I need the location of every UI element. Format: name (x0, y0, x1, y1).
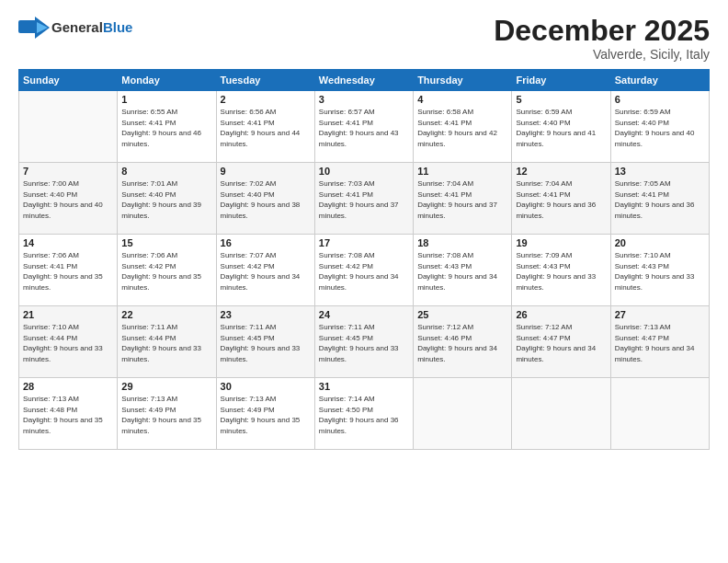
day-info: Sunrise: 7:11 AMSunset: 4:45 PMDaylight:… (221, 322, 311, 364)
day-info: Sunrise: 7:02 AMSunset: 4:40 PMDaylight:… (221, 178, 311, 221)
calendar-cell: 20Sunrise: 7:10 AMSunset: 4:43 PMDayligh… (610, 235, 709, 306)
day-info: Sunrise: 6:58 AMSunset: 4:41 PMDaylight:… (417, 107, 507, 149)
day-info: Sunrise: 7:11 AMSunset: 4:44 PMDaylight:… (121, 322, 211, 364)
calendar-cell: 27Sunrise: 7:13 AMSunset: 4:47 PMDayligh… (610, 306, 709, 378)
day-info: Sunrise: 6:59 AMSunset: 4:40 PMDaylight:… (615, 107, 705, 149)
col-wednesday: Wednesday (314, 70, 413, 91)
logo: GeneralBlue (18, 15, 132, 40)
logo-blue: Blue (103, 19, 133, 35)
day-info: Sunrise: 7:08 AMSunset: 4:43 PMDaylight:… (417, 250, 507, 293)
header: GeneralBlue December 2025 Valverde, Sici… (18, 15, 710, 62)
calendar-cell (414, 378, 512, 450)
title-area: December 2025 Valverde, Sicily, Italy (494, 15, 710, 62)
calendar-cell: 25Sunrise: 7:12 AMSunset: 4:46 PMDayligh… (414, 306, 512, 378)
col-tuesday: Tuesday (216, 70, 314, 91)
day-info: Sunrise: 7:10 AMSunset: 4:43 PMDaylight:… (615, 250, 705, 293)
calendar-cell: 24Sunrise: 7:11 AMSunset: 4:45 PMDayligh… (314, 306, 413, 378)
day-number: 22 (121, 309, 211, 320)
calendar-cell: 29Sunrise: 7:13 AMSunset: 4:49 PMDayligh… (118, 378, 216, 450)
day-info: Sunrise: 7:12 AMSunset: 4:47 PMDaylight:… (516, 322, 606, 364)
day-info: Sunrise: 6:55 AMSunset: 4:41 PMDaylight:… (121, 107, 211, 149)
day-number: 18 (417, 237, 507, 248)
logo-text: GeneralBlue (51, 20, 132, 36)
day-info: Sunrise: 7:11 AMSunset: 4:45 PMDaylight:… (319, 322, 409, 364)
day-number: 6 (615, 94, 705, 105)
calendar-cell: 22Sunrise: 7:11 AMSunset: 4:44 PMDayligh… (118, 306, 216, 378)
calendar-cell: 10Sunrise: 7:03 AMSunset: 4:41 PMDayligh… (314, 163, 413, 235)
day-number: 15 (121, 237, 211, 248)
day-info: Sunrise: 7:01 AMSunset: 4:40 PMDaylight:… (121, 178, 211, 221)
col-monday: Monday (118, 70, 216, 91)
calendar-cell: 8Sunrise: 7:01 AMSunset: 4:40 PMDaylight… (118, 163, 216, 235)
header-row: Sunday Monday Tuesday Wednesday Thursday… (19, 70, 710, 91)
day-info: Sunrise: 6:57 AMSunset: 4:41 PMDaylight:… (319, 107, 409, 149)
day-number: 27 (615, 309, 705, 320)
day-info: Sunrise: 7:05 AMSunset: 4:41 PMDaylight:… (615, 178, 705, 221)
calendar-cell (512, 378, 610, 450)
calendar-cell: 31Sunrise: 7:14 AMSunset: 4:50 PMDayligh… (314, 378, 413, 450)
calendar-cell: 18Sunrise: 7:08 AMSunset: 4:43 PMDayligh… (414, 235, 512, 306)
logo-general: General (51, 19, 103, 35)
day-info: Sunrise: 7:06 AMSunset: 4:42 PMDaylight:… (121, 250, 211, 293)
day-number: 12 (516, 166, 606, 177)
day-info: Sunrise: 7:13 AMSunset: 4:49 PMDaylight:… (221, 394, 311, 436)
day-number: 14 (23, 237, 113, 248)
day-number: 20 (615, 237, 705, 248)
calendar-cell: 30Sunrise: 7:13 AMSunset: 4:49 PMDayligh… (216, 378, 314, 450)
calendar-cell (610, 378, 709, 450)
day-info: Sunrise: 7:12 AMSunset: 4:46 PMDaylight:… (417, 322, 507, 364)
day-number: 25 (417, 309, 507, 320)
day-number: 23 (221, 309, 311, 320)
day-number: 21 (23, 309, 113, 320)
calendar-cell: 12Sunrise: 7:04 AMSunset: 4:41 PMDayligh… (512, 163, 610, 235)
day-number: 19 (516, 237, 606, 248)
calendar-week-4: 21Sunrise: 7:10 AMSunset: 4:44 PMDayligh… (19, 306, 710, 378)
day-info: Sunrise: 7:08 AMSunset: 4:42 PMDaylight:… (319, 250, 409, 293)
calendar-week-3: 14Sunrise: 7:06 AMSunset: 4:41 PMDayligh… (19, 235, 710, 306)
day-info: Sunrise: 7:06 AMSunset: 4:41 PMDaylight:… (23, 250, 113, 293)
calendar-cell: 28Sunrise: 7:13 AMSunset: 4:48 PMDayligh… (19, 378, 118, 450)
col-thursday: Thursday (414, 70, 512, 91)
calendar-cell: 2Sunrise: 6:56 AMSunset: 4:41 PMDaylight… (216, 91, 314, 163)
day-info: Sunrise: 7:03 AMSunset: 4:41 PMDaylight:… (319, 178, 409, 221)
calendar-cell: 4Sunrise: 6:58 AMSunset: 4:41 PMDaylight… (414, 91, 512, 163)
day-number: 3 (319, 94, 409, 105)
location-subtitle: Valverde, Sicily, Italy (494, 47, 710, 62)
day-number: 24 (319, 309, 409, 320)
calendar-week-5: 28Sunrise: 7:13 AMSunset: 4:48 PMDayligh… (19, 378, 710, 450)
day-number: 11 (417, 166, 507, 177)
day-info: Sunrise: 7:09 AMSunset: 4:43 PMDaylight:… (516, 250, 606, 293)
day-info: Sunrise: 7:13 AMSunset: 4:48 PMDaylight:… (23, 394, 113, 436)
day-number: 31 (319, 381, 409, 392)
day-number: 4 (417, 94, 507, 105)
calendar-cell: 9Sunrise: 7:02 AMSunset: 4:40 PMDaylight… (216, 163, 314, 235)
col-sunday: Sunday (19, 70, 118, 91)
svg-rect-0 (18, 20, 37, 33)
day-number: 2 (221, 94, 311, 105)
calendar-cell: 3Sunrise: 6:57 AMSunset: 4:41 PMDaylight… (314, 91, 413, 163)
day-info: Sunrise: 7:00 AMSunset: 4:40 PMDaylight:… (23, 178, 113, 221)
logo-icon (18, 15, 50, 40)
day-number: 17 (319, 237, 409, 248)
calendar-cell: 5Sunrise: 6:59 AMSunset: 4:40 PMDaylight… (512, 91, 610, 163)
day-number: 10 (319, 166, 409, 177)
calendar-page: GeneralBlue December 2025 Valverde, Sici… (0, 0, 728, 563)
month-title: December 2025 (494, 15, 710, 47)
day-info: Sunrise: 6:59 AMSunset: 4:40 PMDaylight:… (516, 107, 606, 149)
calendar-cell: 13Sunrise: 7:05 AMSunset: 4:41 PMDayligh… (610, 163, 709, 235)
calendar-cell: 26Sunrise: 7:12 AMSunset: 4:47 PMDayligh… (512, 306, 610, 378)
day-number: 1 (121, 94, 211, 105)
day-number: 28 (23, 381, 113, 392)
calendar-cell: 1Sunrise: 6:55 AMSunset: 4:41 PMDaylight… (118, 91, 216, 163)
day-number: 13 (615, 166, 705, 177)
day-info: Sunrise: 7:14 AMSunset: 4:50 PMDaylight:… (319, 394, 409, 436)
calendar-table: Sunday Monday Tuesday Wednesday Thursday… (18, 69, 710, 450)
day-info: Sunrise: 7:04 AMSunset: 4:41 PMDaylight:… (417, 178, 507, 221)
calendar-cell: 15Sunrise: 7:06 AMSunset: 4:42 PMDayligh… (118, 235, 216, 306)
day-info: Sunrise: 7:04 AMSunset: 4:41 PMDaylight:… (516, 178, 606, 221)
day-info: Sunrise: 7:13 AMSunset: 4:49 PMDaylight:… (121, 394, 211, 436)
day-number: 30 (221, 381, 311, 392)
day-number: 8 (121, 166, 211, 177)
calendar-cell: 21Sunrise: 7:10 AMSunset: 4:44 PMDayligh… (19, 306, 118, 378)
day-number: 7 (23, 166, 113, 177)
